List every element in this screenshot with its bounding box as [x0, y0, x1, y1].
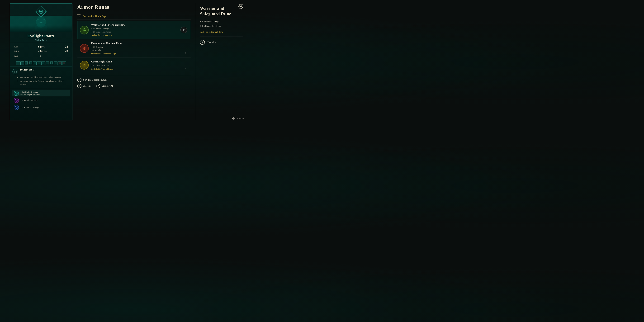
roman-numeral-iii: III — [77, 14, 80, 18]
rune-stats-2: + 1.5 Evasion-1.0 Weight — [91, 46, 182, 52]
rune-socketed-in-1: Socketed in Current Item — [91, 34, 171, 36]
unsocket-all-btn-icon[interactable]: Y — [96, 84, 100, 88]
rune-slot-8 — [46, 62, 49, 65]
svg-point-18 — [84, 48, 85, 48]
rune-slot-9 — [50, 62, 53, 65]
stat-wgt: Wgt 9 — [14, 54, 41, 58]
equipped-runes: + 1.5 Melee Damage+ 1.5 Range Resistance… — [10, 88, 72, 112]
sort-label: Sort By Upgrade Level — [83, 78, 107, 81]
rune-name-2: Evasion and Feather Rune — [91, 42, 182, 45]
card-header-image — [10, 16, 72, 32]
unsocket-all-label: Unsocket All — [102, 85, 114, 87]
main-layout: Twilight Pants Divine Pants Arm 63 Eva 3… — [0, 0, 247, 124]
card-title-area: Twilight Pants Divine Pants — [10, 32, 72, 43]
equip-rune-icon-blue — [14, 105, 19, 110]
hres-label: H-Res — [41, 50, 47, 53]
rune-slot-12 — [62, 62, 66, 65]
r-button[interactable]: R — [239, 4, 243, 8]
equip-rune-text-2: + 2.0 Melee Damage — [20, 99, 38, 102]
detail-divider — [200, 36, 243, 37]
set-bonus-section: Twilight Set 5/5 Increase Fire Build-Up … — [10, 66, 72, 88]
wgt-value: 9 — [36, 54, 41, 58]
rune-tier-3: II — [185, 67, 188, 70]
socketed-in-thors-cape: Socketed in Thor's Cape — [83, 15, 106, 18]
rune-info-1: Warrior and Safeguard Rune + 1.5 Melee D… — [91, 23, 171, 36]
item-name: Twilight Pants — [12, 34, 70, 38]
svg-point-9 — [34, 24, 48, 32]
armor-runes-title: Armor Runes — [77, 4, 191, 10]
unsocket-button[interactable]: X Unsocket — [77, 84, 91, 88]
action-a-button[interactable]: A — [200, 40, 205, 45]
rune-slot-11 — [58, 62, 62, 65]
rune-icon-warrior — [80, 26, 89, 34]
detail-rune-name: Warrior and Safeguard Rune — [200, 6, 243, 16]
equip-rune-icon-purple — [14, 98, 19, 103]
svg-text:ᚠ: ᚠ — [84, 64, 85, 66]
rune-slot-4 — [29, 62, 32, 65]
socketed-header: III Socketed in Thor's Cape — [77, 13, 191, 20]
sort-btn[interactable]: R — [77, 78, 82, 82]
rune-slot-10 — [54, 62, 58, 65]
svg-point-7 — [40, 11, 42, 12]
wgt-label: Wgt — [14, 55, 18, 58]
set-bonus-header: Twilight Set 5/5 — [12, 68, 70, 74]
stat-eva: Eva 33 — [41, 45, 68, 49]
detail-panel: R Warrior and Safeguard Rune + 1.5 Melee… — [196, 0, 247, 124]
stat-hres: H-Res 44 — [41, 50, 68, 54]
rune-icon-evasion — [80, 44, 89, 53]
rune-info-2: Evasion and Feather Rune + 1.5 Evasion-1… — [91, 42, 182, 55]
rune-item-2[interactable]: Evasion and Feather Rune + 1.5 Evasion-1… — [77, 39, 191, 58]
rune-slot-1 — [16, 62, 20, 65]
item-card: Twilight Pants Divine Pants Arm 63 Eva 3… — [10, 3, 72, 120]
detail-stats: + 1.5 Melee Damage + 1.5 Range Resistanc… — [200, 19, 243, 28]
rune-item-1[interactable]: Warrior and Safeguard Rune + 1.5 Melee D… — [77, 21, 191, 39]
rune-socketed-in-2: Socketed in Fallen Hero Cape — [91, 52, 182, 55]
tier-roman: III — [78, 15, 80, 18]
hres-value: 44 — [63, 50, 68, 53]
set-bonus-bullets: Increase Fire Build-Up and Speed when eq… — [12, 76, 70, 86]
equipped-rune-item-2[interactable]: + 2.0 Melee Damage — [12, 97, 70, 104]
svg-point-8 — [36, 16, 46, 28]
equip-rune-text-1: + 1.5 Melee Damage+ 1.5 Range Resistance — [20, 91, 40, 96]
detail-action[interactable]: A Unsocket — [200, 40, 243, 45]
svg-marker-13 — [16, 106, 17, 108]
rune-tier-1: I — [174, 34, 177, 36]
bottom-buttons: X Unsocket Y Unsocket All — [77, 84, 191, 88]
stat-lres: L-Res 44 — [14, 50, 41, 54]
equip-rune-icon-teal — [14, 91, 19, 96]
unsocket-btn-icon[interactable]: X — [77, 84, 82, 88]
rune-stats-3: + 2.3 Elite Resistance — [91, 64, 182, 67]
unsocket-all-button[interactable]: Y Unsocket All — [96, 84, 114, 88]
gem-icon — [36, 6, 47, 17]
lres-value: 44 — [36, 50, 41, 53]
sort-control[interactable]: R Sort By Upgrade Level — [77, 78, 191, 82]
upgrade-circle — [179, 26, 188, 34]
rune-name-1: Warrior and Safeguard Rune — [91, 23, 171, 26]
svg-point-15 — [183, 29, 184, 30]
rune-slot-5 — [33, 62, 36, 65]
equipped-rune-item-3[interactable]: + 2.3 Stealth Damage — [12, 104, 70, 110]
equipped-rune-item-1[interactable]: + 1.5 Melee Damage+ 1.5 Range Resistance — [12, 90, 70, 96]
rune-item-3[interactable]: ᚠ Great Aegis Rune + 2.3 Elite Resistanc… — [77, 58, 191, 73]
rune-slot-7 — [42, 62, 45, 65]
arm-value: 63 — [36, 45, 41, 48]
set-bonus-2: Ice shards on a Light Finisher. Lava bur… — [20, 79, 70, 86]
action-label: Unsocket — [207, 41, 216, 44]
rune-socketed-in-3: Socketed in Thor's Helmet — [91, 68, 182, 70]
detail-stat-1: + 1.5 Melee Damage — [200, 19, 243, 24]
detail-stat-2: + 1.5 Range Resistance — [200, 24, 243, 28]
rune-slot-6 — [37, 62, 41, 65]
set-bonus-title: Twilight Set 5/5 — [20, 68, 36, 71]
rune-tier-2: II — [185, 52, 188, 55]
unsocket-label: Unsocket — [83, 85, 91, 87]
svg-point-10 — [15, 92, 18, 94]
set-bonus-1: Increase Fire Build-Up and Speed when eq… — [20, 76, 70, 79]
rune-slot-2 — [20, 62, 24, 65]
equip-rune-text-3: + 2.3 Stealth Damage — [20, 106, 39, 109]
rune-slots-bar — [10, 60, 72, 66]
detail-socketed-in: Socketed in Current Item — [200, 31, 243, 33]
rune-icon-aegis: ᚠ — [80, 61, 89, 70]
armor-runes-panel: Armor Runes III Socketed in Thor's Cape — [72, 0, 196, 124]
item-type: Divine Pants — [12, 39, 70, 42]
bottom-controls: R Sort By Upgrade Level X Unsocket Y Uns… — [77, 75, 191, 88]
